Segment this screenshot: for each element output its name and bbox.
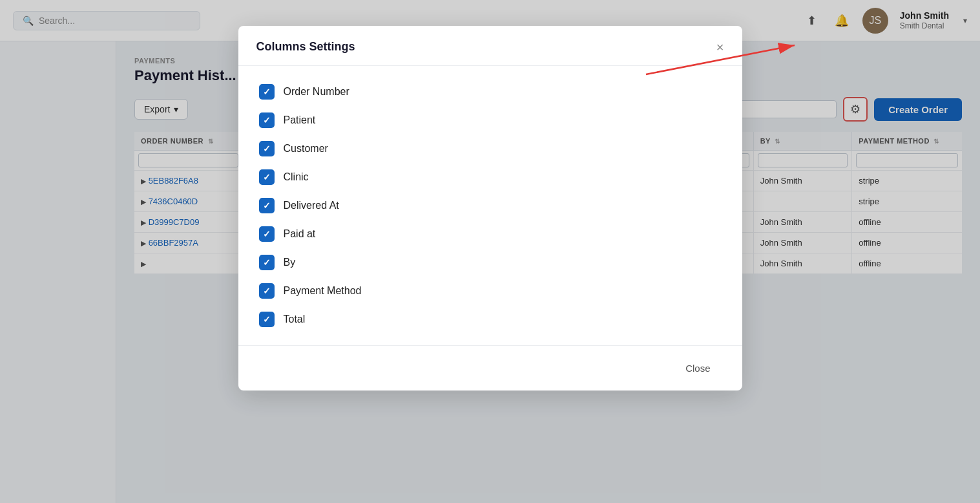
checkbox-label-clinic: Clinic <box>284 171 309 183</box>
checkmark-icon: ✓ <box>263 286 271 296</box>
checkbox-item-clinic[interactable]: ✓ Clinic <box>259 169 722 185</box>
modal-header: Columns Settings × <box>238 26 742 66</box>
checkbox-item-by[interactable]: ✓ By <box>259 255 722 270</box>
checkbox-box-order_number: ✓ <box>259 84 275 100</box>
checkmark-icon: ✓ <box>263 144 271 154</box>
checkbox-item-payment_method[interactable]: ✓ Payment Method <box>259 283 722 299</box>
checkbox-box-paid_at: ✓ <box>259 226 275 242</box>
checkmark-icon: ✓ <box>263 257 271 268</box>
checkbox-label-delivered_at: Delivered At <box>284 200 339 211</box>
checkbox-box-delivered_at: ✓ <box>259 198 275 213</box>
checkbox-label-paid_at: Paid at <box>284 228 316 240</box>
checkbox-item-order_number[interactable]: ✓ Order Number <box>259 84 722 100</box>
checkbox-list: ✓ Order Number ✓ Patient ✓ Customer ✓ Cl… <box>259 84 722 327</box>
checkbox-box-by: ✓ <box>259 255 275 270</box>
checkbox-label-order_number: Order Number <box>284 86 349 98</box>
checkbox-item-customer[interactable]: ✓ Customer <box>259 141 722 156</box>
checkbox-item-total[interactable]: ✓ Total <box>259 312 722 327</box>
checkbox-label-by: By <box>284 257 296 268</box>
checkmark-icon: ✓ <box>263 87 271 97</box>
columns-settings-modal: Columns Settings × ✓ Order Number ✓ Pati… <box>238 26 742 391</box>
checkbox-box-patient: ✓ <box>259 112 275 128</box>
modal-title: Columns Settings <box>256 40 355 54</box>
modal-footer-close-button[interactable]: Close <box>672 358 724 379</box>
checkbox-box-clinic: ✓ <box>259 169 275 185</box>
checkbox-label-customer: Customer <box>284 143 328 155</box>
checkbox-box-customer: ✓ <box>259 141 275 156</box>
modal-footer: Close <box>238 345 742 391</box>
checkmark-icon: ✓ <box>263 314 271 325</box>
checkbox-label-patient: Patient <box>284 114 316 126</box>
checkmark-icon: ✓ <box>263 229 271 239</box>
checkbox-label-total: Total <box>284 314 306 325</box>
checkbox-label-payment_method: Payment Method <box>284 285 362 297</box>
checkmark-icon: ✓ <box>263 172 271 182</box>
modal-close-button[interactable]: × <box>716 41 724 54</box>
checkbox-item-delivered_at[interactable]: ✓ Delivered At <box>259 198 722 213</box>
checkmark-icon: ✓ <box>263 200 271 211</box>
checkbox-item-paid_at[interactable]: ✓ Paid at <box>259 226 722 242</box>
checkbox-box-total: ✓ <box>259 312 275 327</box>
modal-overlay: Columns Settings × ✓ Order Number ✓ Pati… <box>0 0 980 503</box>
checkbox-item-patient[interactable]: ✓ Patient <box>259 112 722 128</box>
modal-body: ✓ Order Number ✓ Patient ✓ Customer ✓ Cl… <box>238 66 742 345</box>
checkmark-icon: ✓ <box>263 115 271 125</box>
checkbox-box-payment_method: ✓ <box>259 283 275 299</box>
